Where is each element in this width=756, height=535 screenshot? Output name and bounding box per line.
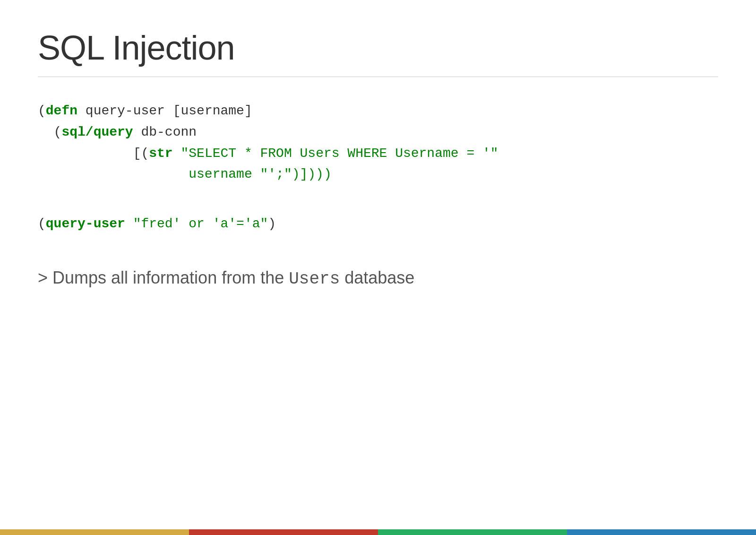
slide-divider [38,77,718,77]
code-block-defn: (defn query-user [username] (sql/query d… [38,101,718,185]
bar-segment-green [378,529,567,535]
string-username: username "';")]))) [189,167,331,181]
description-code-users: Users [289,269,340,289]
code-block-query-call: (query-user "fred' or 'a'='a") [38,214,718,235]
slide-title: SQL Injection [38,28,718,67]
description-prefix: > Dumps all information from the [38,268,289,287]
keyword-defn: defn [46,104,77,118]
code-line-2: (sql/query db-conn [38,122,718,143]
code-line-call: (query-user "fred' or 'a'='a") [38,216,276,231]
code-line-4: username "';")]))) [38,164,718,185]
description-suffix: database [340,268,414,287]
description-block: > Dumps all information from the Users d… [38,268,718,289]
bar-segment-yellow [0,529,189,535]
bottom-bar [0,529,756,535]
keyword-str: str [149,146,172,161]
slide-content: (defn query-user [username] (sql/query d… [38,101,718,516]
keyword-sqlquery: sql/query [61,125,133,139]
code-line-3: [(str "SELECT * FROM Users WHERE Usernam… [38,143,718,164]
string-fred: "fred' or 'a'='a" [133,216,268,231]
bar-segment-blue [567,529,756,535]
slide-container: SQL Injection (defn query-user [username… [0,0,756,535]
keyword-queryuser: query-user [46,216,125,231]
string-select: "SELECT * FROM Users WHERE Username = '" [180,146,498,161]
bar-segment-red [189,529,378,535]
code-line-1: (defn query-user [username] [38,101,718,122]
